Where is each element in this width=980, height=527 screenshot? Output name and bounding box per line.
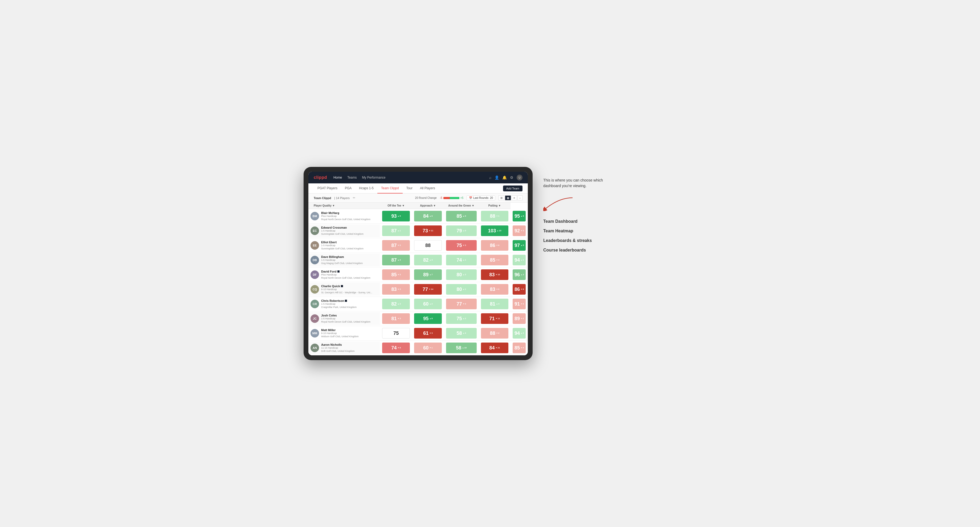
score-cell-2-3: 86 6 [479,238,511,253]
score-cell-9-2: 58 10 [444,341,479,355]
arrow-icon [496,347,498,349]
score-change: 7 [429,274,433,276]
nav-links: Home Teams My Performance [333,175,483,181]
score-number: 83 [391,287,397,292]
view-download-button[interactable]: ↓ [517,195,522,200]
user-icon[interactable]: 👤 [495,175,499,179]
score-box: 61 3 [414,328,442,338]
subnav-hcaps[interactable]: Hcaps 1-5 [355,183,377,194]
score-box: 87 4 [382,255,410,265]
avatar-icon[interactable]: U [517,175,522,181]
subnav-pga[interactable]: PGA [341,183,355,194]
player-cell-2[interactable]: EE Elliot Ebert 1-5 Handicap Sunningdale… [309,238,380,253]
color-bar [444,197,460,199]
player-cell-7[interactable]: JC Josh Coles 1-5 Handicap Royal North D… [309,311,380,326]
score-number: 84 [489,346,495,350]
add-team-button[interactable]: Add Team [503,186,522,191]
arrow-icon [429,215,431,217]
player-info: Matt Miller 6-10 Handicap Woburn Golf Cl… [321,329,378,338]
player-club: St. George's Hill GC - Weybridge - Surre… [321,291,378,294]
nav-link-home[interactable]: Home [333,175,342,181]
player-name: Edward Crossman [321,226,378,229]
score-box: 88 2 [481,328,509,338]
score-cell-3-4: 94 1 [511,253,528,268]
score-cell-0-4: 95 9 [511,209,528,224]
arrow-icon [398,259,399,261]
color-bar-green [450,197,460,199]
annotation-arrow [543,195,575,211]
nav-icons: ⌕ 👤 🔔 ⚙ U [489,175,522,181]
score-cell-2-0: 87 3 [380,238,412,253]
bell-icon[interactable]: 🔔 [502,175,507,179]
player-handicap: 1-5 Handicap [321,303,378,306]
player-avatar: BM [310,212,319,221]
player-cell-5[interactable]: CQ Charlie Quick 6-10 Handicap St. Georg… [309,282,380,297]
score-change: 14 [429,288,433,290]
score-cell-2-4: 97 5 [511,238,528,253]
arrow-icon [463,303,465,305]
player-cell-4[interactable]: DF David Ford Plus Handicap Royal North … [309,268,380,282]
annotation-item-1: Team Heatmap [543,229,676,233]
col-header-putting[interactable]: Putting ▼ [479,203,511,209]
table-row: CR Chris Robertson 1-5 Handicap Craigmil… [309,297,528,311]
arrow-icon [520,332,522,334]
score-change: 1 [463,259,466,261]
score-number: 58 [457,331,462,336]
player-cell-1[interactable]: EC Edward Crossman 1-5 Handicap Sunningd… [309,224,380,238]
score-change: 9 [463,230,466,232]
data-table: Player Quality ▼ Off the Tee ▼ Approach … [309,203,528,355]
search-icon[interactable]: ⌕ [489,175,492,179]
score-box: 77 14 [414,284,442,295]
score-box: 84 6 [414,211,442,221]
view-list-button[interactable]: ≡ [512,195,517,200]
score-box: 82 4 [414,255,442,265]
player-club: Royal North Devon Golf Club, United King… [321,321,378,324]
score-change: 1 [463,288,466,290]
score-cell-8-0: 75 [380,326,412,341]
score-box: 81 3 [382,313,410,324]
score-cell-7-4: 89 2 [511,311,528,326]
col-header-around[interactable]: Around the Green ▼ [444,203,479,209]
score-number: 86 [514,287,520,292]
nav-link-teams[interactable]: Teams [347,175,356,181]
player-cell-0[interactable]: BM Blair McHarg Plus Handicap Royal Nort… [309,209,380,224]
last-rounds-button[interactable]: 📅 Last Rounds: 20 [466,195,495,200]
score-number: 94 [514,331,520,336]
score-number: 71 [489,316,495,321]
score-change: 3 [398,288,401,290]
score-number: 75 [393,331,399,336]
player-cell-6[interactable]: CR Chris Robertson 1-5 Handicap Craigmil… [309,297,380,311]
score-change: 3 [520,230,524,232]
view-grid-button[interactable]: ⊞ [498,195,504,200]
view-heatmap-button[interactable]: ▦ [505,195,511,200]
player-handicap: 1-5 Handicap [321,259,378,262]
nav-link-performance[interactable]: My Performance [362,175,385,181]
score-cell-0-0: 93 9 [380,209,412,224]
subnav-all-players[interactable]: All Players [416,183,439,194]
team-name: Team Clippd [314,197,331,200]
player-name: Aaron Nicholls [321,343,378,346]
col-header-tee[interactable]: Off the Tee ▼ [380,203,412,209]
player-cell-9[interactable]: AN Aaron Nicholls 11-15 Handicap Drift G… [309,341,380,355]
arrow-icon [496,274,498,276]
subnav-pgat[interactable]: PGAT Players [314,183,341,194]
score-box: 96 3 [513,269,526,280]
score-number: 74 [391,346,397,350]
score-cell-1-4: 92 3 [511,224,528,238]
arrow-icon [463,230,465,232]
col-header-approach[interactable]: Approach ▼ [412,203,444,209]
player-cell-8[interactable]: MM Matt Miller 6-10 Handicap Woburn Golf… [309,326,380,341]
col-header-player[interactable]: Player Quality ▼ [309,203,380,209]
settings-icon[interactable]: ⚙ [510,175,514,179]
score-box: 75 [382,328,410,338]
subnav-tour[interactable]: Tour [402,183,416,194]
subnav-team-clippd[interactable]: Team Clippd [377,183,402,194]
edit-icon[interactable]: ✏ [353,196,355,200]
score-cell-4-2: 80 3 [444,268,479,282]
score-change: 3 [398,303,401,305]
score-box: 80 3 [446,269,477,280]
player-cell-3[interactable]: DB Dave Billingham 1-5 Handicap Gog Mago… [309,253,380,268]
score-number: 79 [457,229,462,233]
player-info: Edward Crossman 1-5 Handicap Sunningdale… [321,226,378,236]
score-cell-8-3: 88 2 [479,326,511,341]
